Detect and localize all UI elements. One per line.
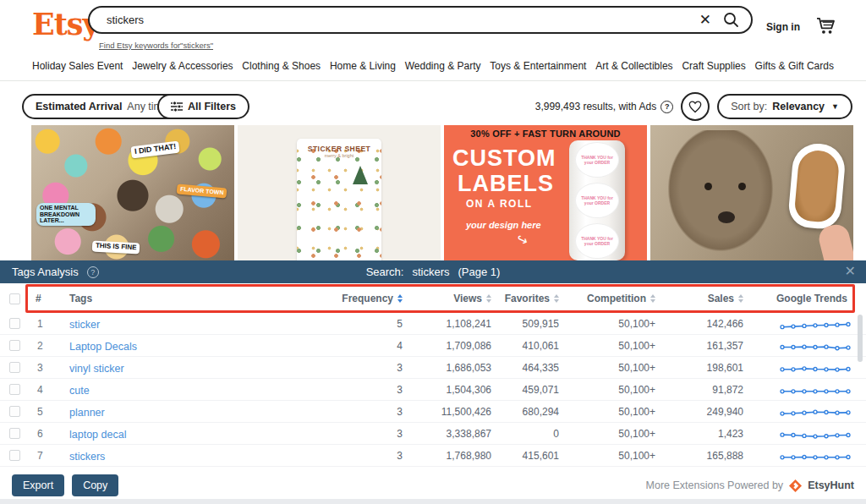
nav-item[interactable]: Wedding & Party xyxy=(405,60,481,72)
find-keywords-link[interactable]: Find Etsy keywords for"stickers" xyxy=(99,41,213,50)
table-row: 4 cute 3 1,504,306 459,071 50,100+ 91,87… xyxy=(0,379,866,401)
search-bar[interactable]: ✕ xyxy=(88,6,753,34)
panel-close-icon[interactable]: ✕ xyxy=(845,263,856,279)
views-value: 1,108,241 xyxy=(408,318,496,330)
col-frequency[interactable]: Frequency xyxy=(281,293,408,304)
trend-sparkline xyxy=(778,317,852,331)
views-value: 1,768,980 xyxy=(408,450,496,462)
etsy-search-page: Etsy ✕ Find Etsy keywords for"stickers" … xyxy=(0,0,866,504)
roll-label: THANK YOU for your ORDER xyxy=(575,142,619,178)
tag-link[interactable]: laptop decal xyxy=(69,429,126,441)
sort-icon xyxy=(397,294,403,303)
col-sales[interactable]: Sales xyxy=(660,293,748,304)
clear-search-icon[interactable]: ✕ xyxy=(694,11,723,29)
nav-item[interactable]: Gifts & Gift Cards xyxy=(755,60,834,72)
row-checkbox[interactable] xyxy=(9,450,20,461)
row-checkbox[interactable] xyxy=(9,318,20,329)
roll-label: THANK YOU for your ORDER xyxy=(575,183,619,218)
col-favorites[interactable]: Favorites xyxy=(496,293,564,304)
ad-banner-text: 30% OFF + FAST TURN AROUND xyxy=(444,129,647,139)
tag-link[interactable]: cute xyxy=(69,385,90,397)
nav-item[interactable]: Home & Living xyxy=(330,60,396,72)
sort-by-dropdown[interactable]: Sort by: Relevancy ▼ xyxy=(717,94,852,119)
results-count: 3,999,493 results, with Ads ? xyxy=(535,101,673,113)
all-filters-label: All Filters xyxy=(188,101,236,112)
frequency-value: 3 xyxy=(281,362,408,374)
listing-card-custom-labels-ad[interactable]: 30% OFF + FAST TURN AROUND CUSTOM LABELS… xyxy=(444,125,647,260)
sales-value: 161,357 xyxy=(660,340,748,352)
listing-card-dog-sticker[interactable] xyxy=(650,125,853,260)
roll-label: THANK YOU for your ORDER xyxy=(575,223,619,259)
collage-sticker-text: I DID THAT! xyxy=(130,141,180,159)
tag-link[interactable]: sticker xyxy=(69,319,100,331)
competition-value: 50,100+ xyxy=(564,384,660,396)
nav-item[interactable]: Holiday Sales Event xyxy=(32,60,123,72)
competition-value: 50,100+ xyxy=(564,340,660,352)
row-number: 3 xyxy=(29,362,69,374)
search-results-grid: I DID THAT!ONE MENTAL BREAKDOWN LATER...… xyxy=(31,125,853,260)
row-checkbox[interactable] xyxy=(9,384,20,395)
sort-by-value: Relevancy xyxy=(772,101,825,112)
search-input[interactable] xyxy=(107,14,694,26)
christmas-tree-doodle xyxy=(353,166,368,184)
nav-item[interactable]: Art & Collectibles xyxy=(595,60,672,72)
nav-item[interactable]: Craft Supplies xyxy=(682,60,745,72)
row-checkbox[interactable] xyxy=(9,340,20,351)
sort-icon xyxy=(738,294,743,303)
nav-item[interactable]: Clothing & Shoes xyxy=(242,60,321,72)
search-icon[interactable] xyxy=(723,12,739,28)
help-icon[interactable]: ? xyxy=(660,101,673,113)
row-checkbox[interactable] xyxy=(9,362,20,373)
nav-item[interactable]: Jewelry & Accessories xyxy=(132,60,233,72)
table-row: 7 stickers 3 1,768,980 415,601 50,100+ 1… xyxy=(0,445,866,467)
arrow-doodle-icon: ↪ xyxy=(514,230,531,249)
listing-card-meme-stickers[interactable]: I DID THAT!ONE MENTAL BREAKDOWN LATER...… xyxy=(31,125,234,260)
export-button[interactable]: Export xyxy=(12,474,64,496)
sticker-roll-image: THANK YOU for your ORDER THANK YOU for y… xyxy=(569,140,625,260)
favorites-value: 415,601 xyxy=(496,450,564,462)
table-header-row: # Tags Frequency Views Favorites Competi… xyxy=(0,284,866,313)
sales-value: 198,601 xyxy=(660,362,748,374)
favorite-search-button[interactable] xyxy=(681,92,710,121)
table-row: 2 Laptop Decals 4 1,709,086 410,061 50,1… xyxy=(0,335,866,357)
frequency-value: 3 xyxy=(281,384,408,396)
row-number: 1 xyxy=(29,318,69,330)
row-number: 5 xyxy=(29,406,69,418)
col-google-trends: Google Trends xyxy=(748,293,866,304)
estimated-arrival-label: Estimated Arrival xyxy=(36,101,122,112)
cart-icon[interactable] xyxy=(816,17,836,38)
panel-search-summary: Search:stickers(Page 1) xyxy=(0,266,866,278)
col-views[interactable]: Views xyxy=(408,293,496,304)
listing-card-sticker-sheet[interactable]: STICKER SHEET merry & bright xyxy=(238,125,441,260)
select-all-checkbox[interactable] xyxy=(9,293,20,304)
etsyhunt-brand-link[interactable]: EtsyHunt xyxy=(808,479,854,491)
frequency-value: 3 xyxy=(281,428,408,440)
tag-link[interactable]: vinyl sticker xyxy=(69,363,124,375)
dog-sticker-cutout xyxy=(787,141,847,230)
table-row: 6 laptop decal 3 3,338,867 0 50,100+ 1,4… xyxy=(0,423,866,445)
views-value: 11,500,426 xyxy=(408,406,496,418)
sort-icon xyxy=(554,294,559,303)
competition-value: 50,100+ xyxy=(564,318,660,330)
nav-item[interactable]: Toys & Entertainment xyxy=(490,60,586,72)
tag-link[interactable]: planner xyxy=(69,407,105,419)
copy-button[interactable]: Copy xyxy=(72,474,118,496)
tag-link[interactable]: Laptop Decals xyxy=(69,341,137,353)
scrollbar-thumb[interactable] xyxy=(858,315,863,362)
all-filters-button[interactable]: All Filters xyxy=(157,94,249,119)
collage-sticker-text: ONE MENTAL BREAKDOWN LATER... xyxy=(36,203,96,226)
col-tags: Tags xyxy=(69,293,281,304)
views-value: 1,709,086 xyxy=(408,340,496,352)
row-checkbox[interactable] xyxy=(9,406,20,417)
sign-in-link[interactable]: Sign in xyxy=(766,21,800,33)
search-label: Search: xyxy=(366,266,404,278)
favorites-value: 509,915 xyxy=(496,318,564,330)
panel-help-icon[interactable]: ? xyxy=(87,266,99,278)
chevron-down-icon: ▼ xyxy=(831,102,839,111)
frequency-value: 4 xyxy=(281,340,408,352)
tag-link[interactable]: stickers xyxy=(69,451,105,463)
row-checkbox[interactable] xyxy=(9,428,20,439)
collage-sticker-text: FLAVOR TOWN xyxy=(177,184,227,198)
col-competition[interactable]: Competition xyxy=(564,293,660,304)
favorites-value: 464,335 xyxy=(496,362,564,374)
